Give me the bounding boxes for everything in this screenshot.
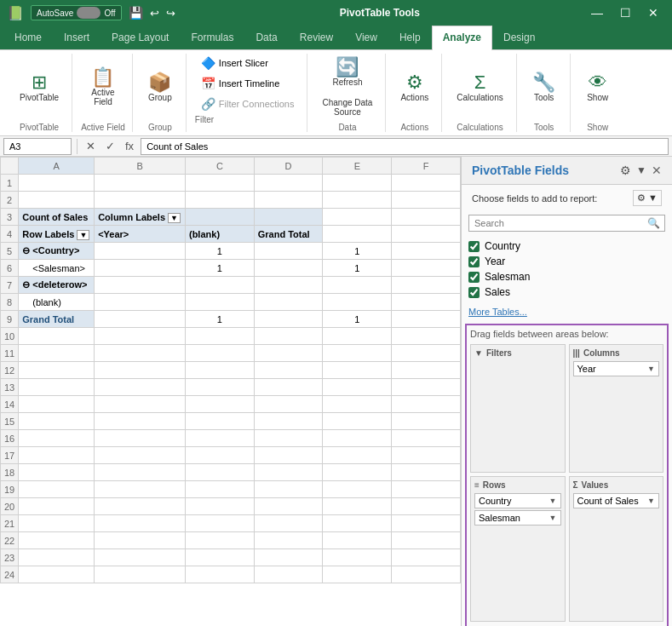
row-num-2[interactable]: 2 [1,192,19,209]
row-num-9[interactable]: 9 [1,311,19,328]
cell-col-labels[interactable]: Column Labels ▼ [95,209,186,226]
change-data-source-button[interactable]: Change DataSource [316,93,378,121]
row-num-3[interactable]: 3 [1,209,19,226]
insert-timeline-button[interactable]: 📅 Insert Timeline [195,74,301,93]
cell-c5[interactable]: 1 [185,243,254,260]
cell-b9[interactable] [95,311,186,328]
cell-a2[interactable] [19,192,95,209]
cell-b7[interactable] [95,277,186,294]
cell-f6[interactable] [392,260,461,277]
cell-c7[interactable] [185,277,254,294]
tab-home[interactable]: Home [3,26,53,49]
cell-blank-header[interactable]: (blank) [185,226,254,243]
cell-c6[interactable]: 1 [185,260,254,277]
row-num-4[interactable]: 4 [1,226,19,243]
pivottable-button[interactable]: ⊞ PivotTable [14,69,65,106]
cell-e9[interactable]: 1 [323,311,392,328]
cell-f4[interactable] [392,226,461,243]
cell-f7[interactable] [392,277,461,294]
active-field-button[interactable]: 📋 ActiveField [84,64,122,111]
sheet-scroll[interactable]: A B C D E F 1 [0,157,461,626]
cell-e4[interactable] [323,226,392,243]
save-icon[interactable]: 💾 [129,6,143,20]
pivot-field-year-checkbox[interactable] [468,256,480,267]
cell-f1[interactable] [392,175,461,192]
rows-country-dropdown[interactable]: ▼ [549,497,557,505]
cell-grand-total[interactable]: Grand Total [19,311,95,328]
cell-e8[interactable] [323,294,392,311]
cell-f2[interactable] [392,192,461,209]
col-header-a[interactable]: A [19,158,95,175]
row-num-7[interactable]: 7 [1,277,19,294]
cell-d8[interactable] [254,294,323,311]
cell-blank-row[interactable]: (blank) [19,294,95,311]
rows-salesman-dropdown[interactable]: ▼ [549,514,557,522]
tab-help[interactable]: Help [388,26,432,49]
tab-review[interactable]: Review [289,26,344,49]
cell-d7[interactable] [254,277,323,294]
pivot-subtitle-gear-icon[interactable]: ⚙ ▼ [633,190,662,206]
cell-d3[interactable] [323,209,392,226]
pivot-dropdown-icon[interactable]: ▼ [636,164,646,176]
cell-year-header[interactable]: <Year> [95,226,186,243]
actions-button[interactable]: ⚙ Actions [394,69,434,106]
row-num-8[interactable]: 8 [1,294,19,311]
group-button[interactable]: 📦 Group [141,69,179,106]
tools-button[interactable]: 🔧 Tools [526,69,563,106]
row-num-6[interactable]: 6 [1,260,19,277]
cell-salesman[interactable]: <Salesman> [19,260,95,277]
cell-e1[interactable] [323,175,392,192]
pivot-search-input[interactable] [468,215,665,232]
values-count-sales-dropdown[interactable]: ▼ [647,497,655,505]
cell-c9[interactable]: 1 [185,311,254,328]
tab-formulas[interactable]: Formulas [180,26,244,49]
insert-slicer-button[interactable]: 🔷 Insert Slicer [195,54,301,72]
more-tables-link[interactable]: More Tables... [462,303,672,320]
col-header-e[interactable]: E [323,158,392,175]
tab-data[interactable]: Data [244,26,288,49]
minimize-button[interactable]: — [584,4,610,21]
pivot-close-icon[interactable]: ✕ [652,164,662,177]
cell-country[interactable]: ⊖ <Country> [19,243,95,260]
cell-e5[interactable]: 1 [323,243,392,260]
cell-e7[interactable] [323,277,392,294]
redo-icon[interactable]: ↪ [166,7,175,20]
pivot-field-sales-checkbox[interactable] [468,287,480,298]
pivot-field-salesman-checkbox[interactable] [468,272,480,283]
name-box[interactable]: A3 [3,138,72,155]
autosave-badge[interactable]: AutoSave Off [31,5,122,20]
cell-c1[interactable] [185,175,254,192]
cell-e6[interactable]: 1 [323,260,392,277]
cell-f9[interactable] [392,311,461,328]
refresh-button[interactable]: 🔄 Refresh [326,54,368,91]
undo-icon[interactable]: ↩ [150,7,159,20]
col-header-c[interactable]: C [185,158,254,175]
cell-d9[interactable] [254,311,323,328]
cell-b1[interactable] [95,175,186,192]
formula-cancel-icon[interactable]: ✕ [83,138,99,154]
pivot-area-columns-year[interactable]: Year ▼ [573,361,660,376]
cell-b5[interactable] [95,243,186,260]
cell-row-labels[interactable]: Row Labels ▼ [19,226,95,243]
filter-connections-button[interactable]: 🔗 Filter Connections [195,95,301,113]
cell-b8[interactable] [95,294,186,311]
tab-page-layout[interactable]: Page Layout [101,26,180,49]
cell-e3[interactable] [392,209,461,226]
tab-design[interactable]: Design [492,26,546,49]
show-button[interactable]: 👁 Show [579,69,617,106]
calculations-button[interactable]: Σ Calculations [451,69,508,106]
cell-d5[interactable] [254,243,323,260]
cell-c8[interactable] [185,294,254,311]
col-header-d[interactable]: D [254,158,323,175]
columns-year-dropdown[interactable]: ▼ [647,365,655,373]
cell-d2[interactable] [254,192,323,209]
cell-f5[interactable] [392,243,461,260]
close-button[interactable]: ✕ [641,4,665,21]
pivot-area-rows-salesman[interactable]: Salesman ▼ [474,510,561,525]
formula-confirm-icon[interactable]: ✓ [102,138,118,154]
cell-grand-total-header[interactable]: Grand Total [254,226,323,243]
cell-a1[interactable] [19,175,95,192]
col-header-b[interactable]: B [95,158,186,175]
tab-view[interactable]: View [344,26,388,49]
cell-c2[interactable] [185,192,254,209]
